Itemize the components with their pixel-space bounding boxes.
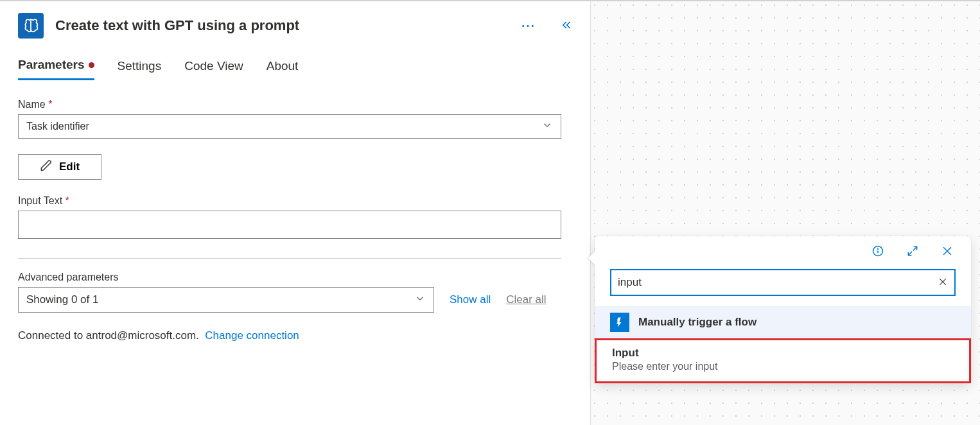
change-connection-link[interactable]: Change connection	[205, 329, 299, 342]
show-all-link[interactable]: Show all	[450, 293, 491, 306]
input-text-field-group: Input Text *	[18, 195, 572, 239]
name-field-label: Name *	[18, 99, 572, 110]
input-text-label: Input Text *	[18, 195, 572, 207]
more-menu-button[interactable]: ⋯	[521, 17, 536, 34]
result-item-input[interactable]: Input Please enter your input	[595, 338, 971, 383]
tab-label: About	[267, 59, 299, 73]
tab-parameters[interactable]: Parameters	[18, 58, 94, 80]
trigger-icon	[610, 313, 629, 332]
close-icon[interactable]	[939, 243, 956, 261]
panel-header: Create text with GPT using a prompt ⋯	[18, 13, 572, 39]
tabs-bar: Parameters Settings Code View About	[18, 58, 572, 81]
connection-row: Connected to antrod@microsoft.com. Chang…	[18, 329, 572, 342]
tab-label: Code View	[184, 59, 243, 73]
dynamic-content-popup: Manually trigger a flow Input Please ent…	[595, 236, 971, 383]
chevron-down-icon	[414, 293, 426, 308]
tab-label: Settings	[118, 59, 162, 73]
result-item-subtitle: Please enter your input	[612, 361, 954, 372]
edit-button-label: Edit	[59, 160, 80, 173]
name-select[interactable]: Task identifier	[18, 114, 561, 139]
result-group-label: Manually trigger a flow	[638, 316, 757, 329]
result-group-header[interactable]: Manually trigger a flow	[595, 306, 971, 338]
popup-search-input[interactable]	[618, 276, 938, 289]
connection-prefix: Connected to	[18, 329, 86, 342]
advanced-parameters-group: Advanced parameters Showing 0 of 1 Show …	[18, 272, 572, 313]
required-marker: *	[66, 195, 69, 206]
name-field-group: Name * Task identifier Edit	[18, 99, 572, 180]
advanced-select[interactable]: Showing 0 of 1	[18, 287, 434, 313]
expand-icon[interactable]	[904, 243, 921, 261]
collapse-button[interactable]	[559, 19, 572, 33]
tab-label: Parameters	[18, 58, 85, 72]
clear-all-link[interactable]: Clear all	[506, 293, 546, 306]
connection-email: antrod@microsoft.com.	[86, 329, 199, 342]
advanced-label: Advanced parameters	[18, 272, 572, 283]
clear-icon[interactable]	[938, 277, 948, 289]
popup-arrow	[588, 250, 596, 266]
result-item-title: Input	[612, 347, 954, 360]
tab-about[interactable]: About	[267, 58, 299, 80]
action-brain-icon	[18, 13, 44, 39]
input-text-field[interactable]	[18, 211, 561, 239]
required-marker: *	[48, 99, 52, 110]
chevron-down-icon	[541, 119, 553, 134]
pencil-icon	[40, 159, 53, 175]
panel-title: Create text with GPT using a prompt	[55, 17, 509, 34]
tab-settings[interactable]: Settings	[118, 58, 162, 80]
tab-code-view[interactable]: Code View	[184, 58, 243, 80]
config-panel: Create text with GPT using a prompt ⋯ Pa…	[0, 0, 591, 425]
name-select-value: Task identifier	[26, 121, 89, 132]
edit-button[interactable]: Edit	[18, 154, 101, 180]
info-icon[interactable]	[870, 243, 886, 261]
svg-point-2	[878, 248, 879, 249]
error-dot-icon	[89, 62, 94, 68]
divider	[18, 258, 561, 259]
advanced-select-value: Showing 0 of 1	[26, 293, 98, 306]
popup-toolbar	[595, 236, 971, 265]
popup-search-box[interactable]	[610, 269, 956, 296]
